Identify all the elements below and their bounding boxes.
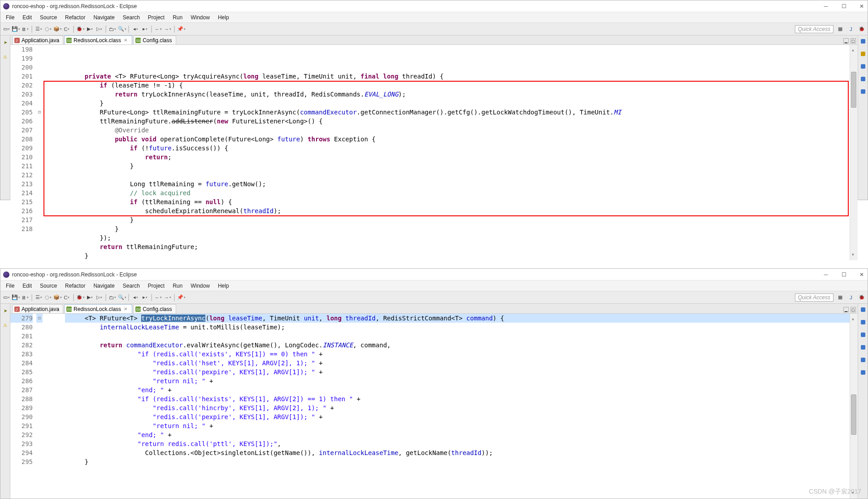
tab-config-class[interactable]: 010Config.class bbox=[133, 304, 176, 313]
tab-config-class[interactable]: 010Config.class bbox=[133, 35, 176, 44]
save-icon[interactable]: 💾▾ bbox=[12, 25, 20, 33]
tab-maximize-icon[interactable]: ▢ bbox=[851, 307, 856, 312]
menu-edit[interactable]: Edit bbox=[19, 282, 35, 290]
run-icon[interactable]: ▶▾ bbox=[86, 293, 94, 302]
code-line[interactable]: "redis.call('hset', KEYS[1], ARGV[2], 1)… bbox=[65, 359, 850, 368]
menu-project[interactable]: Project bbox=[144, 13, 168, 22]
menu-run[interactable]: Run bbox=[169, 282, 186, 290]
code-line[interactable]: return ttlRemainingFuture; bbox=[65, 242, 850, 251]
outline-marker-icon[interactable] bbox=[861, 77, 865, 81]
new-folder-icon[interactable]: 🗀▾ bbox=[108, 293, 117, 302]
tab-close-icon[interactable]: ✕ bbox=[124, 306, 128, 311]
debug-perspective-icon[interactable]: 🐞 bbox=[858, 25, 866, 33]
open-perspective-icon[interactable]: ▦ bbox=[836, 293, 844, 302]
tab-redissonlock-class[interactable]: 010RedissonLock.class✕ bbox=[64, 304, 132, 313]
tab-application-java[interactable]: JApplication.java bbox=[12, 35, 63, 44]
warning-marker-icon[interactable]: ⚠ bbox=[2, 53, 9, 60]
code-line[interactable]: if (ttlRemaining == null) { bbox=[65, 197, 850, 206]
skip-breakpoints-icon[interactable]: ◌▾ bbox=[44, 293, 52, 302]
code-line[interactable]: internalLockLeaseTime = unit.toMillis(le… bbox=[65, 323, 850, 332]
code-line[interactable]: "end; " + bbox=[65, 385, 850, 394]
code-line[interactable]: }); bbox=[65, 233, 850, 242]
close-button[interactable]: ✕ bbox=[859, 271, 865, 278]
minimize-button[interactable]: ─ bbox=[823, 271, 829, 278]
search-icon[interactable]: 🔍▾ bbox=[118, 293, 126, 302]
save-icon[interactable]: 💾▾ bbox=[12, 293, 20, 302]
menu-window[interactable]: Window bbox=[187, 282, 213, 290]
menu-help[interactable]: Help bbox=[214, 13, 233, 22]
code-line[interactable] bbox=[65, 171, 850, 179]
tab-minimize-icon[interactable]: ▁ bbox=[843, 38, 849, 44]
code-line[interactable]: <T> RFuture<T> tryLockInnerAsync(long le… bbox=[65, 314, 850, 323]
open-perspective-icon[interactable]: ▦ bbox=[836, 25, 844, 33]
quick-access[interactable]: Quick Access bbox=[795, 25, 833, 33]
menu-help[interactable]: Help bbox=[214, 282, 233, 290]
menu-search[interactable]: Search bbox=[119, 13, 143, 22]
toggle-breadcrumb-icon[interactable]: ☰▾ bbox=[35, 293, 43, 302]
outline-marker-icon[interactable] bbox=[861, 39, 865, 44]
outline-marker-icon[interactable] bbox=[861, 333, 865, 337]
editor-area[interactable]: 1981992002012022032042052062072082092102… bbox=[10, 45, 858, 260]
tab-maximize-icon[interactable]: ▢ bbox=[851, 38, 856, 44]
new-package-icon[interactable]: 📦▾ bbox=[53, 293, 61, 302]
annotation-marker-icon[interactable]: ➤ bbox=[2, 307, 9, 314]
code-line[interactable]: Collections.<Object>singletonList(getNam… bbox=[65, 448, 850, 457]
new-class-icon[interactable]: C▾ bbox=[63, 25, 71, 33]
fold-toggle[interactable]: ⊟ bbox=[36, 108, 43, 117]
menu-source[interactable]: Source bbox=[36, 282, 61, 290]
menu-refactor[interactable]: Refactor bbox=[61, 13, 89, 22]
code-line[interactable]: // lock acquired bbox=[65, 188, 850, 197]
outline-marker-icon[interactable] bbox=[861, 345, 865, 350]
code-line[interactable]: return commandExecutor.evalWriteAsync(ge… bbox=[65, 341, 850, 350]
new-class-icon[interactable]: C▾ bbox=[63, 293, 71, 302]
run-icon[interactable]: ▶▾ bbox=[86, 25, 94, 33]
code-line[interactable]: scheduleExpirationRenewal(threadId); bbox=[65, 206, 850, 215]
fold-toggle[interactable]: ⊟ bbox=[36, 314, 43, 323]
save-all-icon[interactable]: 🗎▾ bbox=[21, 293, 29, 302]
code-line[interactable]: "redis.call('hincrby', KEYS[1], ARGV[2],… bbox=[65, 403, 850, 412]
menu-file[interactable]: File bbox=[2, 282, 18, 290]
code-line[interactable]: if (leaseTime != -1) { bbox=[65, 81, 850, 90]
outline-marker-icon[interactable] bbox=[861, 89, 865, 94]
pin-icon[interactable]: 📌▾ bbox=[177, 293, 185, 302]
code-line[interactable]: return tryLockInnerAsync(leaseTime, unit… bbox=[65, 90, 850, 99]
java-perspective-icon[interactable]: J bbox=[847, 293, 855, 302]
code-line[interactable]: "return nil; " + bbox=[65, 421, 850, 430]
new-package-icon[interactable]: 📦▾ bbox=[53, 25, 61, 33]
save-all-icon[interactable]: 🗎▾ bbox=[21, 25, 29, 33]
code-line[interactable] bbox=[65, 332, 850, 341]
next-annotation-icon[interactable]: ▸▾ bbox=[141, 25, 149, 33]
run-last-icon[interactable]: ▷▾ bbox=[95, 293, 103, 302]
code-line[interactable]: "if (redis.call('exists', KEYS[1]) == 0)… bbox=[65, 350, 850, 359]
warning-marker-icon[interactable]: ⚠ bbox=[2, 322, 9, 328]
debug-perspective-icon[interactable]: 🐞 bbox=[858, 293, 866, 302]
menu-edit[interactable]: Edit bbox=[19, 13, 35, 22]
prev-annotation-icon[interactable]: ◂▾ bbox=[131, 25, 139, 33]
maximize-button[interactable]: ☐ bbox=[841, 271, 847, 278]
annotation-marker-icon[interactable]: ➤ bbox=[2, 39, 9, 45]
debug-icon[interactable]: 🐞▾ bbox=[76, 293, 84, 302]
search-icon[interactable]: 🔍▾ bbox=[118, 25, 126, 33]
code-line[interactable]: @Override bbox=[65, 126, 850, 135]
outline-marker-icon[interactable] bbox=[861, 320, 865, 324]
menu-file[interactable]: File bbox=[2, 13, 18, 22]
tab-application-java[interactable]: JApplication.java bbox=[12, 304, 63, 313]
menu-navigate[interactable]: Navigate bbox=[90, 282, 118, 290]
code-line[interactable]: ttlRemainingFuture.addListener(new Futur… bbox=[65, 117, 850, 126]
outline-marker-icon[interactable] bbox=[861, 307, 865, 312]
new-folder-icon[interactable]: 🗀▾ bbox=[108, 25, 117, 33]
code-line[interactable]: if (!future.isSuccess()) { bbox=[65, 144, 850, 153]
scrollbar-thumb[interactable] bbox=[851, 72, 856, 108]
menu-navigate[interactable]: Navigate bbox=[90, 13, 118, 22]
code-line[interactable]: } bbox=[65, 99, 850, 108]
code-line[interactable]: RFuture<Long> ttlRemainingFuture = tryLo… bbox=[65, 108, 850, 117]
menu-refactor[interactable]: Refactor bbox=[61, 282, 89, 290]
code-line[interactable]: "end; " + bbox=[65, 430, 850, 439]
code-line[interactable]: "if (redis.call('hexists', KEYS[1], ARGV… bbox=[65, 394, 850, 403]
code-line[interactable]: public void operationComplete(Future<Lon… bbox=[65, 135, 850, 144]
forward-icon[interactable]: →▾ bbox=[164, 293, 172, 302]
forward-icon[interactable]: →▾ bbox=[164, 25, 172, 33]
tab-minimize-icon[interactable]: ▁ bbox=[843, 307, 849, 312]
menu-project[interactable]: Project bbox=[144, 282, 168, 290]
code-line[interactable]: "redis.call('pexpire', KEYS[1], ARGV[1])… bbox=[65, 412, 850, 421]
